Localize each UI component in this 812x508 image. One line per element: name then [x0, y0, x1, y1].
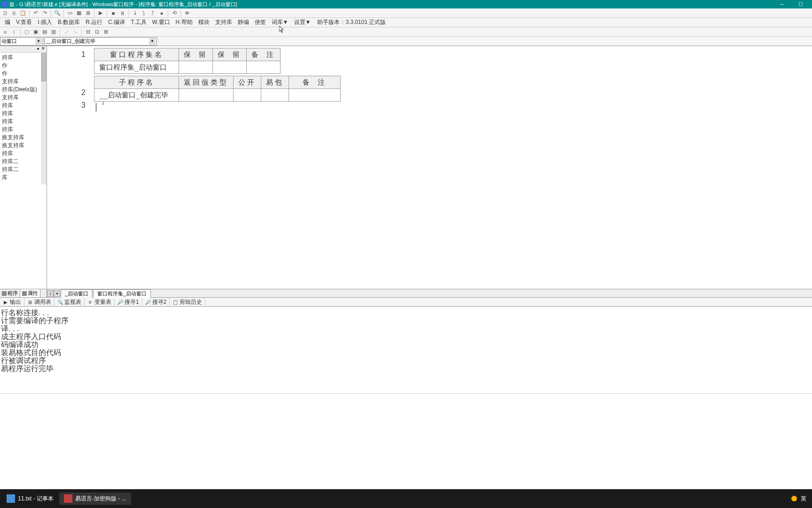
run-icon[interactable]: ▶ — [96, 9, 105, 17]
tree-item[interactable]: 持库二 — [1, 158, 46, 166]
align-icon[interactable]: ⫶ — [10, 28, 18, 36]
tab-search1[interactable]: 🔎搜寻1 — [115, 298, 142, 306]
taskbar-item-notepad[interactable]: 11.txt - 记事本 — [2, 492, 58, 505]
tree-item[interactable]: 作 — [1, 62, 46, 70]
tree-item[interactable]: 持库二 — [1, 166, 46, 174]
tab-watch[interactable]: 🔍监视表 — [55, 298, 85, 306]
copy-icon[interactable]: ⎘ — [10, 9, 18, 17]
menu-help[interactable]: H.帮助 — [173, 18, 195, 26]
panel1-icon[interactable]: ⊟ — [84, 28, 92, 36]
tab-program[interactable]: 程序 — [0, 289, 20, 297]
menu-static[interactable]: 静编 — [235, 18, 252, 26]
cell[interactable] — [289, 89, 341, 102]
cell-assembly-name[interactable]: 窗口程序集_启动窗口 — [94, 61, 179, 74]
menu-supportlib[interactable]: 支持库 — [212, 18, 235, 26]
menu-insert[interactable]: I.插入 — [35, 18, 55, 26]
ime-lang[interactable]: 英 — [801, 495, 806, 503]
taskbar-item-elang[interactable]: 易语言-加密狗版 - ... — [59, 492, 131, 505]
tab-search2[interactable]: 🔎搜寻2 — [142, 298, 170, 306]
support-lib-tree[interactable]: 持库 作 作 支持库 持库(Deelx版) 支持库 持库 持库 持库 持库 — [0, 53, 47, 289]
tree-item[interactable]: 支持库 — [1, 94, 46, 102]
undo-icon[interactable]: ↶ — [31, 9, 40, 17]
output-panel[interactable]: 行名称连接. . . 计需要编译的子程序 译. . . 成主程序入口代码 码编译… — [0, 307, 812, 393]
find-icon[interactable]: 👁 — [183, 9, 191, 17]
close-icon[interactable]: ✕ — [40, 46, 46, 52]
scrollbar-vertical[interactable] — [41, 53, 47, 184]
tab-variables[interactable]: ≡变量表 — [85, 298, 115, 306]
editor-tab-assembly[interactable]: 窗口程序集_启动窗口 — [93, 289, 151, 298]
tree-item[interactable]: 换支持库 — [1, 134, 46, 142]
cell[interactable] — [213, 61, 247, 74]
menu-compile[interactable]: C.编译 — [105, 18, 128, 26]
window-icon[interactable]: ▭ — [66, 9, 74, 17]
tree-item[interactable]: 库 — [1, 174, 46, 182]
tab-scroll-left-icon[interactable]: ◂ — [54, 290, 60, 297]
align-left-icon[interactable]: ≡ — [1, 28, 9, 36]
search-icon[interactable]: 🔍 — [53, 9, 62, 17]
tree-item[interactable]: 作 — [1, 70, 46, 78]
stepout-icon[interactable]: ⤴ — [148, 9, 157, 17]
editor-tab-window[interactable]: _启动窗口 — [61, 289, 93, 298]
step-icon[interactable]: ⤓ — [131, 9, 139, 17]
tab-output[interactable]: ▶输出 — [0, 298, 24, 306]
tool2-icon[interactable]: ⟍ — [71, 28, 79, 36]
box1-icon[interactable]: ▢ — [23, 28, 31, 36]
scroll-thumb[interactable] — [41, 53, 46, 81]
code-editor[interactable]: 1 2 3 ↓ 窗口程序集名 保 留 保 留 备 注 窗口程序集_启动窗口 — [47, 46, 812, 297]
redo-icon[interactable]: ↷ — [40, 9, 49, 17]
method-dropdown[interactable]: __启动窗口_创建完毕 ▼ — [44, 37, 157, 46]
cell[interactable] — [234, 89, 261, 102]
grid-icon[interactable]: ⊞ — [84, 9, 92, 17]
tree-item[interactable]: 持库 — [1, 54, 46, 62]
tab-properties[interactable]: 属性 — [20, 289, 40, 297]
panel3-icon[interactable]: ⊞ — [102, 28, 110, 36]
new-icon[interactable]: 🗋 — [1, 9, 9, 17]
tree-item[interactable]: 持库 — [1, 110, 46, 118]
output-line: 码编译成功 — [1, 341, 811, 349]
menu-run[interactable]: R.运行 — [83, 18, 105, 26]
breakpt-icon[interactable]: ● — [157, 9, 166, 17]
pause-icon[interactable]: ⏸ — [118, 9, 126, 17]
maximize-button[interactable]: ☐ — [791, 0, 810, 8]
tree-item[interactable]: 持库(Deelx版) — [1, 86, 46, 94]
ime-indicator-icon[interactable] — [791, 496, 797, 501]
paste-icon[interactable]: 📋 — [19, 9, 27, 17]
menu-view[interactable]: V.查看 — [13, 18, 35, 26]
tool1-icon[interactable]: ⟋ — [62, 28, 70, 36]
stop-icon[interactable]: ■ — [109, 9, 117, 17]
tree-item[interactable]: 支持库 — [1, 78, 46, 86]
cell[interactable] — [179, 89, 234, 102]
class-dropdown[interactable]: 动窗口 ▼ — [0, 37, 43, 46]
pin-icon[interactable]: ◂ — [35, 46, 40, 52]
menu-edit[interactable]: 编 — [2, 18, 13, 26]
box4-icon[interactable]: ▥ — [49, 28, 58, 36]
tree-item[interactable]: 持库 — [1, 118, 46, 126]
assembly-table: 窗口程序集名 保 留 保 留 备 注 窗口程序集_启动窗口 — [94, 48, 281, 74]
cell[interactable] — [179, 61, 213, 74]
stepover-icon[interactable]: ⤵ — [140, 9, 148, 17]
box2-icon[interactable]: ▣ — [31, 28, 40, 36]
tree-item[interactable]: 换支持库 — [1, 142, 46, 150]
tree-item[interactable]: 持库 — [1, 150, 46, 158]
cell[interactable] — [261, 89, 289, 102]
code-line[interactable] — [94, 102, 812, 113]
menu-tools[interactable]: T.工具 — [128, 18, 149, 26]
cell-sub-name[interactable]: __启动窗口_创建完毕 — [94, 89, 179, 102]
menu-database[interactable]: B.数据库 — [55, 18, 83, 26]
box3-icon[interactable]: ▤ — [40, 28, 49, 36]
layout-icon[interactable]: ▦ — [75, 9, 83, 17]
tree-item[interactable]: 持库 — [1, 126, 46, 134]
menu-note[interactable]: 便签 — [252, 18, 269, 26]
panel2-icon[interactable]: ⊡ — [93, 28, 101, 36]
cell[interactable] — [247, 61, 281, 74]
menu-module[interactable]: 模块 — [195, 18, 212, 26]
minimize-button[interactable]: ─ — [773, 0, 791, 8]
menu-settings[interactable]: 设置▼ — [291, 18, 314, 26]
tab-scroll-home-icon[interactable]: | — [47, 290, 54, 297]
menu-window[interactable]: W.窗口 — [149, 18, 173, 26]
tree-item[interactable]: 持库 — [1, 102, 46, 110]
menu-wordbank[interactable]: 词库▼ — [269, 18, 291, 26]
tab-cliphistory[interactable]: 📋剪辑历史 — [170, 298, 205, 306]
nav-icon[interactable]: ⟲ — [170, 9, 179, 17]
tab-calltable[interactable]: ⊞调用表 — [24, 298, 55, 306]
